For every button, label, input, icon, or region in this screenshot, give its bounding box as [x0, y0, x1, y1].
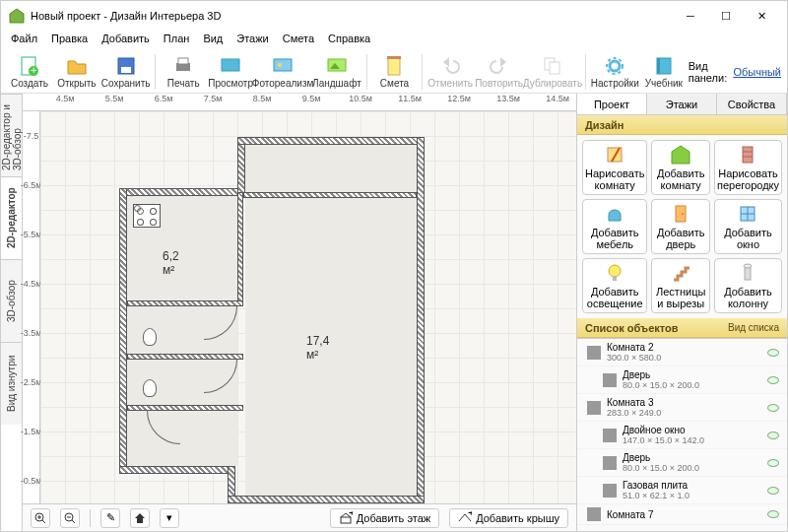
svg-rect-13: [388, 57, 400, 75]
svg-line-24: [42, 520, 45, 523]
item-thumb-icon: [603, 484, 617, 498]
home-button[interactable]: [130, 508, 150, 528]
panel-mode-link[interactable]: Обычный: [733, 66, 781, 78]
svg-marker-35: [672, 146, 690, 164]
svg-marker-16: [500, 57, 506, 67]
window-title: Новый проект - Дизайн Интерьера 3D: [31, 10, 673, 22]
tool-new[interactable]: +Создать: [7, 51, 52, 93]
sidetab-combined[interactable]: 2D-редактор и 3D-обзор: [1, 94, 22, 176]
svg-point-19: [610, 61, 620, 71]
panel-mode-label: Вид панели:: [689, 60, 730, 84]
item-thumb-icon: [587, 507, 601, 521]
visibility-icon[interactable]: [767, 376, 779, 384]
menu-view[interactable]: Вид: [197, 31, 229, 50]
panel-tab-floors[interactable]: Этажи: [647, 94, 717, 114]
svg-marker-15: [443, 57, 449, 67]
canvas-bottombar: ✎ ▾ +Добавить этаж +Добавить крышу: [23, 503, 576, 531]
tool-gear[interactable]: Настройки: [591, 51, 639, 93]
tool-save[interactable]: Сохранить: [101, 51, 151, 93]
panel-tab-props[interactable]: Свойства: [717, 94, 787, 114]
svg-text:+: +: [468, 511, 472, 518]
zoom-out-button[interactable]: [60, 508, 80, 528]
menu-plan[interactable]: План: [158, 31, 196, 50]
dropdown-button[interactable]: ▾: [160, 508, 179, 528]
tool-book[interactable]: Учебник: [641, 51, 687, 93]
panel-btn-0[interactable]: Нарисовать комнату: [582, 140, 647, 195]
sidetab-3d[interactable]: 3D-обзор: [1, 259, 22, 342]
list-item[interactable]: Комната 7: [577, 504, 787, 525]
visibility-icon[interactable]: [767, 432, 779, 439]
svg-rect-9: [274, 59, 292, 71]
panel-btn-1[interactable]: Добавить комнату: [651, 140, 710, 195]
maximize-button[interactable]: ☐: [708, 3, 744, 29]
menu-estimate[interactable]: Смета: [277, 31, 320, 50]
menu-floors[interactable]: Этажи: [230, 31, 274, 50]
toolbar: +СоздатьОткрытьСохранитьПечатьПросмотрФо…: [1, 50, 787, 94]
svg-rect-36: [743, 147, 753, 163]
visibility-icon[interactable]: [767, 404, 779, 412]
menu-add[interactable]: Добавить: [96, 31, 156, 50]
room-label-1: 6,2 м²: [163, 249, 179, 277]
list-item[interactable]: Двойное окно147.0 × 15.0 × 142.0: [577, 422, 787, 449]
svg-rect-45: [613, 276, 617, 281]
menu-edit[interactable]: Правка: [45, 31, 94, 50]
panel-btn-3[interactable]: Добавить мебель: [582, 199, 647, 254]
panel-btn-8[interactable]: Добавить колонну: [714, 258, 782, 313]
tool-print[interactable]: Печать: [161, 51, 206, 93]
svg-marker-0: [10, 9, 24, 23]
svg-rect-18: [550, 62, 559, 74]
item-thumb-icon: [587, 346, 601, 360]
list-item[interactable]: Дверь80.0 × 15.0 × 200.0: [577, 449, 787, 477]
side-tabs: 2D-редактор и 3D-обзор 2D-редактор 3D-об…: [1, 94, 23, 531]
ruler-vertical: -7.5-6.5м-5.5м-4.5м-3.5м-2.5м-1.5м-0.5м0…: [23, 111, 40, 503]
panel-btn-4[interactable]: Добавить дверь: [651, 199, 710, 254]
tool-preview[interactable]: Просмотр: [208, 51, 253, 93]
zoom-in-button[interactable]: [31, 508, 50, 528]
minimize-button[interactable]: ─: [673, 3, 708, 29]
sidetab-inside[interactable]: Вид изнутри: [1, 342, 22, 425]
svg-point-47: [744, 264, 752, 268]
menu-file[interactable]: Файл: [5, 31, 43, 50]
pencil-button[interactable]: ✎: [100, 508, 120, 528]
tool-est[interactable]: Смета: [372, 51, 418, 93]
list-item[interactable]: Дверь80.0 × 15.0 × 200.0: [577, 366, 787, 394]
svg-point-40: [682, 213, 684, 215]
add-floor-button[interactable]: +Добавить этаж: [330, 508, 439, 528]
menu-help[interactable]: Справка: [322, 31, 376, 50]
visibility-icon[interactable]: [767, 459, 779, 467]
item-thumb-icon: [587, 401, 601, 415]
app-icon: [9, 8, 25, 24]
tool-land[interactable]: Ландшафт: [312, 51, 361, 93]
tool-undo: Отменить: [427, 51, 473, 93]
tool-dup: Дублировать: [525, 51, 580, 93]
svg-rect-7: [178, 58, 188, 64]
panel-tab-project[interactable]: Проект: [577, 94, 647, 114]
ruler-horizontal: 4.5м5.5м6.5м7.5м8.5м9.5м10.5м11.5м12.5м1…: [23, 94, 576, 111]
svg-rect-14: [387, 56, 401, 59]
close-button[interactable]: ✕: [744, 3, 779, 29]
svg-text:+: +: [349, 511, 353, 518]
object-list[interactable]: Комната 2300.0 × 580.0Дверь80.0 × 15.0 ×…: [577, 338, 787, 531]
panel-btn-2[interactable]: Нарисовать перегородку: [714, 140, 782, 195]
visibility-icon[interactable]: [767, 487, 779, 495]
panel-btn-6[interactable]: Добавить освещение: [582, 258, 647, 313]
right-panel: Проект Этажи Свойства Дизайн Нарисовать …: [576, 94, 787, 531]
design-header: Дизайн: [577, 115, 787, 135]
tool-open[interactable]: Открыть: [54, 51, 99, 93]
list-item[interactable]: Газовая плита51.0 × 62.1 × 1.0: [577, 477, 787, 504]
add-roof-button[interactable]: +Добавить крышу: [449, 508, 568, 528]
list-item[interactable]: Комната 2300.0 × 580.0: [577, 339, 787, 366]
panel-btn-5[interactable]: Добавить окно: [714, 199, 782, 254]
visibility-icon[interactable]: [767, 510, 779, 518]
svg-rect-5: [121, 67, 131, 73]
visibility-icon[interactable]: [767, 349, 779, 357]
svg-rect-8: [222, 59, 239, 71]
stove-icon: [133, 204, 161, 228]
floorplan-canvas[interactable]: 6,2 м² 17,4 м²: [40, 111, 576, 503]
list-view-mode[interactable]: Вид списка: [728, 322, 779, 333]
panel-btn-7[interactable]: Лестницы и вырезы: [651, 258, 710, 313]
svg-line-28: [72, 520, 75, 523]
list-item[interactable]: Комната 3283.0 × 249.0: [577, 394, 787, 422]
sidetab-2d[interactable]: 2D-редактор: [1, 176, 22, 259]
tool-photo[interactable]: Фотореализм: [255, 51, 310, 93]
